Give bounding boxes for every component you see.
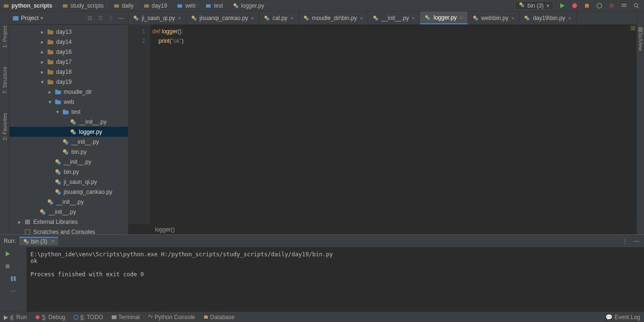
hide-icon[interactable]: — bbox=[633, 237, 640, 245]
tree-item[interactable]: __init__.py bbox=[10, 197, 128, 207]
close-icon[interactable]: × bbox=[251, 15, 254, 21]
editor-tab[interactable]: web\bin.py× bbox=[468, 11, 520, 24]
tree-item[interactable]: __init__.py bbox=[10, 207, 128, 217]
stop-button[interactable] bbox=[4, 262, 11, 270]
grid-icon[interactable]: ▦ bbox=[638, 26, 643, 32]
tree-item[interactable]: ▸day16 bbox=[10, 47, 128, 57]
tree-item[interactable]: ▾test bbox=[10, 107, 128, 117]
svg-rect-2 bbox=[114, 4, 119, 8]
debug-button[interactable] bbox=[571, 2, 578, 10]
editor-tab[interactable]: cal.py× bbox=[259, 11, 299, 24]
code-editor[interactable]: def logger(): print("ok") bbox=[149, 25, 636, 224]
database-tool-button[interactable]: Database bbox=[204, 314, 234, 321]
tree-item[interactable]: ▸External Libraries bbox=[10, 217, 128, 227]
breadcrumb-segment[interactable]: 〉 web bbox=[169, 1, 195, 10]
terminal-tool-button[interactable]: Terminal bbox=[112, 314, 140, 321]
run-configuration-selector[interactable]: bin (3) ▾ bbox=[515, 1, 554, 10]
search-everywhere-button[interactable] bbox=[633, 2, 640, 10]
editor-tab[interactable]: moudle_dir\bin.py× bbox=[299, 11, 368, 24]
folder-icon bbox=[3, 2, 10, 9]
expand-arrow-icon[interactable]: ▾ bbox=[55, 109, 60, 115]
close-icon[interactable]: × bbox=[459, 15, 462, 20]
python-console-tool-button[interactable]: ᴾʸ Python Console bbox=[148, 314, 195, 321]
tree-item[interactable]: Scratches and Consoles bbox=[10, 227, 128, 234]
expand-arrow-icon[interactable]: ▸ bbox=[40, 69, 45, 75]
tree-item[interactable]: bin.py bbox=[10, 147, 128, 157]
tree-item[interactable]: __init__.py bbox=[10, 157, 128, 167]
close-icon[interactable]: × bbox=[412, 15, 415, 21]
editor-area: ji_saun_qi.py×jisuanqi_cankao.py×cal.py×… bbox=[128, 11, 636, 234]
tree-item[interactable]: ▸day17 bbox=[10, 57, 128, 67]
python-icon bbox=[519, 2, 525, 9]
expand-arrow-icon[interactable]: ▸ bbox=[40, 49, 45, 55]
editor-tab[interactable]: __init__.py× bbox=[368, 11, 420, 24]
editor-tab[interactable]: day19\bin.py× bbox=[519, 11, 576, 24]
run-coverage-button[interactable] bbox=[583, 2, 591, 10]
profile-button[interactable] bbox=[595, 2, 603, 10]
collapse-all-icon[interactable] bbox=[97, 14, 104, 22]
tree-item[interactable]: ji_saun_qi.py bbox=[10, 177, 128, 187]
sciview-tool-button[interactable]: SciView bbox=[638, 32, 644, 51]
tool-window-button[interactable]: 1: Project bbox=[2, 26, 8, 48]
breadcrumb-segment[interactable]: 〉 test bbox=[197, 1, 223, 10]
run-output[interactable]: E:\python_ide\venv\Scripts\python.exe H:… bbox=[27, 247, 644, 312]
expand-arrow-icon[interactable]: ▸ bbox=[40, 59, 45, 65]
run-tab[interactable]: bin (3) × bbox=[20, 237, 58, 245]
close-icon[interactable]: × bbox=[568, 15, 571, 21]
expand-arrow-icon[interactable]: ▸ bbox=[17, 219, 22, 225]
folder-icon bbox=[62, 2, 68, 9]
tree-item[interactable]: bin.py bbox=[10, 167, 128, 177]
breadcrumb-segment[interactable]: 〉 daily bbox=[106, 1, 134, 10]
tree-item[interactable]: __init__.py bbox=[10, 117, 128, 127]
project-view-selector[interactable]: Project ▾ bbox=[12, 15, 43, 21]
debug-tool-button[interactable]: 5: Debug bbox=[35, 314, 65, 321]
todo-tool-button[interactable]: 6: TODO bbox=[74, 314, 103, 321]
more-icon[interactable]: ⋮ bbox=[621, 237, 629, 245]
tree-item[interactable]: ▸moudle_dir bbox=[10, 87, 128, 97]
close-icon[interactable]: × bbox=[178, 15, 181, 21]
project-tree[interactable]: ▸day13▸day14▸day16▸day17▸day18▾day19▸mou… bbox=[10, 25, 128, 234]
tree-item-label: __init__.py bbox=[49, 209, 76, 215]
breadcrumb-segment[interactable]: 〉 logger.py bbox=[225, 1, 264, 10]
up-button[interactable]: ↑ bbox=[15, 250, 23, 258]
run-button[interactable] bbox=[558, 2, 566, 10]
layout-button[interactable] bbox=[620, 2, 628, 10]
editor-tab[interactable]: jisuanqi_cankao.py× bbox=[186, 11, 260, 24]
stop-button[interactable] bbox=[608, 2, 615, 10]
editor-tab[interactable]: logger.py× bbox=[420, 11, 468, 24]
down-button[interactable]: ↓ bbox=[15, 262, 23, 270]
rerun-button[interactable] bbox=[4, 250, 11, 258]
settings-icon[interactable]: ⋮ bbox=[107, 14, 115, 22]
close-icon[interactable]: × bbox=[290, 15, 293, 21]
breadcrumb-segment[interactable]: python_scripts bbox=[3, 2, 52, 9]
tree-item[interactable]: ▸day13 bbox=[10, 27, 128, 37]
close-icon[interactable]: × bbox=[511, 15, 514, 21]
close-icon[interactable]: × bbox=[51, 238, 54, 245]
tool-window-button[interactable]: 7: Structure bbox=[2, 67, 8, 94]
expand-arrow-icon[interactable]: ▾ bbox=[48, 99, 52, 105]
event-log-button[interactable]: 💬 Event Log bbox=[605, 314, 640, 321]
run-tool-button[interactable]: ▶ 4: Run bbox=[4, 314, 27, 321]
tool-window-button[interactable]: 2: Favorites bbox=[2, 113, 8, 140]
tree-item[interactable]: logger.py bbox=[10, 127, 128, 137]
editor-breadcrumb[interactable]: logger() bbox=[128, 224, 636, 234]
breadcrumb-segment[interactable]: 〉 day19 bbox=[136, 1, 167, 10]
tree-item[interactable]: jisuanqi_cankao.py bbox=[10, 187, 128, 197]
editor-tab[interactable]: ji_saun_qi.py× bbox=[128, 11, 186, 24]
tree-item[interactable]: ▾web bbox=[10, 97, 128, 107]
tree-item[interactable]: ▾day19 bbox=[10, 77, 128, 87]
breadcrumb-segment[interactable]: 〉 study_scripts bbox=[54, 1, 104, 10]
locate-icon[interactable] bbox=[86, 14, 94, 22]
tree-item[interactable]: ▸day18 bbox=[10, 67, 128, 77]
tree-item[interactable]: __init__.py bbox=[10, 137, 128, 147]
hide-icon[interactable]: — bbox=[117, 14, 125, 22]
close-icon[interactable]: × bbox=[360, 15, 363, 21]
expand-arrow-icon[interactable]: ▾ bbox=[40, 79, 45, 85]
more-horiz-icon[interactable]: ⋯ bbox=[10, 287, 17, 295]
svg-rect-16 bbox=[622, 6, 626, 7]
expand-arrow-icon[interactable]: ▸ bbox=[48, 89, 52, 95]
tree-item[interactable]: ▸day14 bbox=[10, 37, 128, 47]
expand-arrow-icon[interactable]: ▸ bbox=[40, 29, 45, 35]
layout-icon[interactable] bbox=[10, 275, 17, 282]
expand-arrow-icon[interactable]: ▸ bbox=[40, 39, 45, 45]
